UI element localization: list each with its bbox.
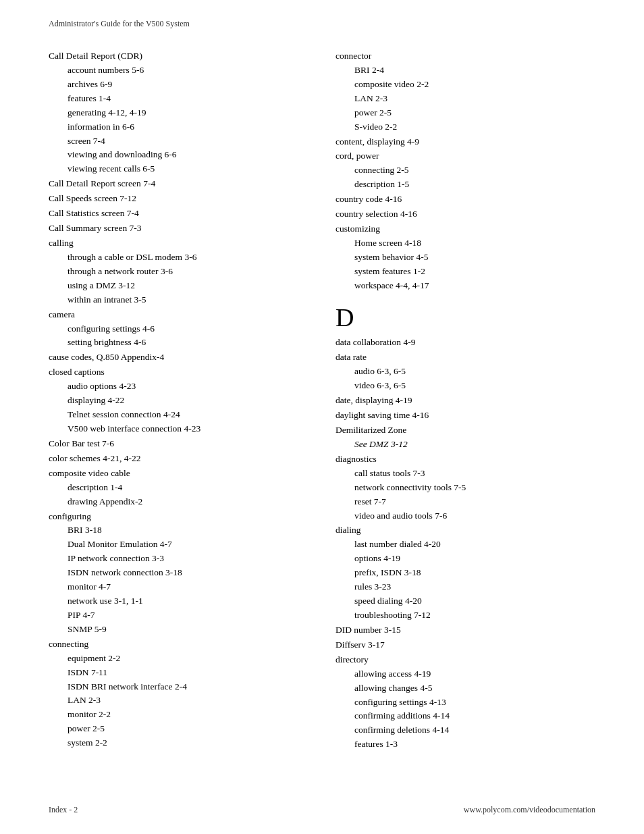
- sub-entry: viewing recent calls 6-5: [49, 162, 308, 176]
- index-entry: callingthrough a cable or DSL modem 3-6t…: [49, 236, 308, 307]
- index-entry: data collaboration 4-9: [336, 336, 595, 350]
- sub-entry: IP network connection 3-3: [49, 552, 308, 566]
- sub-entry: Home screen 4-18: [336, 236, 595, 251]
- sub-entry: S-video 2-2: [336, 120, 595, 134]
- index-entry: cameraconfiguring settings 4-6setting br…: [49, 308, 308, 350]
- index-entry: connectorBRI 2-4composite video 2-2LAN 2…: [336, 49, 595, 134]
- sub-entry: audio 6-3, 6-5: [336, 365, 595, 379]
- entry-main: Diffserv 3-17: [336, 640, 385, 650]
- entry-main: Demilitarized Zone: [336, 425, 406, 435]
- sub-entry: workspace 4-4, 4-17: [336, 279, 595, 293]
- index-entry: country code 4-16: [336, 192, 595, 207]
- sub-entry: monitor 2-2: [49, 708, 308, 722]
- right-column: connectorBRI 2-4composite video 2-2LAN 2…: [336, 49, 595, 752]
- index-entry: Call Speeds screen 7-12: [49, 192, 308, 206]
- sub-entry: power 2-5: [336, 106, 595, 120]
- sub-entry: Dual Monitor Emulation 4-7: [49, 538, 308, 552]
- sub-entry: See DMZ 3-12: [336, 438, 595, 452]
- sub-entry: troubleshooting 7-12: [336, 608, 595, 623]
- left-column: Call Detail Report (CDR)account numbers …: [49, 49, 308, 752]
- sub-entry: confirming additions 4-14: [336, 709, 595, 723]
- entry-main: content, displaying 4-9: [336, 136, 419, 147]
- sub-entry: V500 web interface connection 4-23: [49, 422, 308, 436]
- sub-entry: Telnet session connection 4-24: [49, 408, 308, 422]
- sub-entry: information in 6-6: [49, 120, 308, 134]
- sub-entry: connecting 2-5: [336, 163, 595, 178]
- entry-main: country selection 4-16: [336, 209, 417, 219]
- entry-main: composite video cable: [49, 468, 130, 478]
- entry-main: date, displaying 4-19: [336, 395, 412, 405]
- sub-entry: screen 7-4: [49, 134, 308, 149]
- sub-entry: account numbers 5-6: [49, 63, 308, 78]
- sub-entry: system 2-2: [49, 736, 308, 750]
- sub-entry: video 6-3, 6-5: [336, 379, 595, 393]
- sub-entry: system behavior 4-5: [336, 251, 595, 265]
- sub-entry: configuring settings 4-6: [49, 322, 308, 336]
- sub-entry: configuring settings 4-13: [336, 696, 595, 710]
- sub-entry: SNMP 5-9: [49, 623, 308, 637]
- sub-entry: setting brightness 4-6: [49, 336, 308, 350]
- sub-entry: network connectivity tools 7-5: [336, 481, 595, 495]
- entry-main: closed captions: [49, 367, 105, 377]
- index-entry: Call Summary screen 7-3: [49, 221, 308, 236]
- sub-entry: displaying 4-22: [49, 394, 308, 408]
- sub-entry: drawing Appendix-2: [49, 495, 308, 509]
- content-area: Call Detail Report (CDR)account numbers …: [0, 36, 644, 793]
- entry-main: country code 4-16: [336, 194, 402, 204]
- sub-entry: equipment 2-2: [49, 652, 308, 666]
- index-entry: country selection 4-16: [336, 207, 595, 221]
- footer-right: www.polycom.com/videodocumentation: [464, 805, 595, 815]
- entry-main: Call Statistics screen 7-4: [49, 208, 139, 218]
- index-entry: Call Detail Report screen 7-4: [49, 177, 308, 191]
- sub-entry: options 4-19: [336, 552, 595, 566]
- index-entry: Color Bar test 7-6: [49, 437, 308, 451]
- entry-main: calling: [49, 238, 74, 248]
- sub-entry: network use 3-1, 1-1: [49, 594, 308, 608]
- entry-main: Call Summary screen 7-3: [49, 223, 142, 233]
- index-entry: DID number 3-15: [336, 623, 595, 637]
- entry-main: connector: [336, 51, 371, 61]
- entry-main: cord, power: [336, 151, 379, 161]
- index-entry: Call Statistics screen 7-4: [49, 207, 308, 221]
- page: Administrator's Guide for the V500 Syste…: [0, 0, 644, 834]
- sub-entry: through a network router 3-6: [49, 265, 308, 279]
- index-entry: Diffserv 3-17: [336, 638, 595, 652]
- sub-entry: monitor 4-7: [49, 580, 308, 594]
- sub-entry: ISDN network connection 3-18: [49, 566, 308, 580]
- index-entry: date, displaying 4-19: [336, 394, 595, 408]
- sub-entry: confirming deletions 4-14: [336, 723, 595, 737]
- sub-entry: archives 6-9: [49, 78, 308, 92]
- index-entry: diagnosticscall status tools 7-3network …: [336, 452, 595, 523]
- sub-entry: ISDN BRI network interface 2-4: [49, 680, 308, 694]
- entry-main: dialing: [336, 525, 361, 535]
- entry-main: connecting: [49, 639, 88, 649]
- index-entry: Demilitarized ZoneSee DMZ 3-12: [336, 423, 595, 452]
- sub-entry: within an intranet 3-5: [49, 293, 308, 307]
- entry-main: data rate: [336, 352, 367, 362]
- entry-main: configuring: [49, 511, 91, 521]
- sub-entry: call status tools 7-3: [336, 467, 595, 481]
- sub-entry: audio options 4-23: [49, 380, 308, 394]
- sub-entry: features 1-3: [336, 737, 595, 752]
- entry-main: Call Speeds screen 7-12: [49, 193, 136, 203]
- entry-main: Call Detail Report (CDR): [49, 51, 142, 61]
- sub-entry: composite video 2-2: [336, 78, 595, 92]
- sub-entry: BRI 2-4: [336, 63, 595, 78]
- sub-entry: BRI 3-18: [49, 523, 308, 538]
- entry-main: daylight saving time 4-16: [336, 410, 429, 420]
- index-entry: directoryallowing access 4-19allowing ch…: [336, 653, 595, 752]
- entry-main: customizing: [336, 224, 380, 234]
- entry-main: data collaboration 4-9: [336, 337, 415, 347]
- index-entry: closed captionsaudio options 4-23display…: [49, 365, 308, 436]
- sub-entry: system features 1-2: [336, 265, 595, 279]
- index-entry: connectingequipment 2-2ISDN 7-11ISDN BRI…: [49, 637, 308, 750]
- index-entry: color schemes 4-21, 4-22: [49, 452, 308, 466]
- index-entry: composite video cabledescription 1-4draw…: [49, 467, 308, 509]
- sub-entry: last number dialed 4-20: [336, 538, 595, 552]
- index-entry: Call Detail Report (CDR)account numbers …: [49, 49, 308, 176]
- sub-entry: PIP 4-7: [49, 608, 308, 623]
- entry-main: Call Detail Report screen 7-4: [49, 178, 155, 188]
- entry-main: camera: [49, 309, 75, 319]
- sub-entry: features 1-4: [49, 92, 308, 106]
- entry-main: Color Bar test 7-6: [49, 438, 114, 448]
